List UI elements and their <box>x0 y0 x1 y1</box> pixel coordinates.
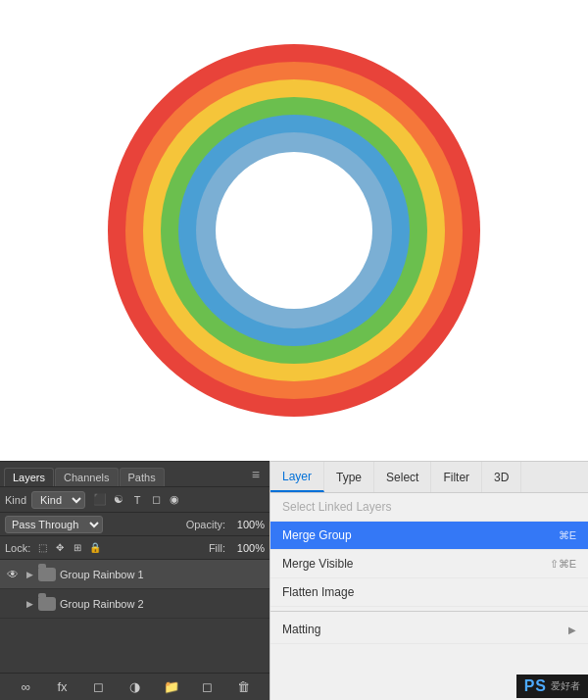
menu-item-label: Select Linked Layers <box>282 500 391 514</box>
smart-filter-icon[interactable]: ◉ <box>167 492 182 508</box>
layer-eye-icon[interactable]: 👁 <box>5 596 21 612</box>
lock-position-icon[interactable]: ✥ <box>53 541 67 555</box>
add-style-icon[interactable]: fx <box>53 677 73 697</box>
fill-value: 100% <box>230 542 265 554</box>
opacity-value: 100% <box>230 519 265 530</box>
pixel-filter-icon[interactable]: ⬛ <box>92 492 108 508</box>
layers-panel: Layers Channels Paths ≡ Kind Kind ⬛ ☯ T … <box>0 461 270 700</box>
rainbow-graphic <box>108 44 480 417</box>
lock-all-icon[interactable]: 🔒 <box>88 541 102 555</box>
right-menu-panel: Layer Type Select Filter 3D Select Linke… <box>270 461 588 700</box>
shortcut-merge-visible: ⇧⌘E <box>550 558 576 571</box>
layer-item[interactable]: 👁 ▶ Group Rainbow 2 <box>0 589 270 619</box>
watermark: PS 爱好者 <box>516 675 588 698</box>
lock-icons-group: ⬚ ✥ ⊞ 🔒 <box>35 541 102 555</box>
menu-separator <box>270 611 588 612</box>
menu-tab-3d[interactable]: 3D <box>482 462 521 492</box>
lock-row: Lock: ⬚ ✥ ⊞ 🔒 Fill: 100% <box>0 536 270 560</box>
kind-dropdown[interactable]: Kind <box>31 491 85 509</box>
menu-item-merge-group[interactable]: Merge Group ⌘E <box>270 522 588 550</box>
lock-pixels-icon[interactable]: ⬚ <box>35 541 49 555</box>
menu-tabs: Layer Type Select Filter 3D <box>270 462 588 493</box>
opacity-label: Opacity: <box>186 519 225 530</box>
tab-channels[interactable]: Channels <box>55 468 118 486</box>
layer-name: Group Rainbow 2 <box>60 598 265 610</box>
lock-artboard-icon[interactable]: ⊞ <box>71 541 84 555</box>
shape-filter-icon[interactable]: ◻ <box>148 492 164 508</box>
layers-menu-icon[interactable]: ≡ <box>246 463 266 486</box>
add-adjustment-icon[interactable]: ◑ <box>125 677 145 697</box>
layers-list: 👁 ▶ Group Rainbow 1 👁 ▶ Group Rainbow 2 <box>0 560 270 619</box>
layers-kind-toolbar: Kind Kind ⬛ ☯ T ◻ ◉ <box>0 487 270 513</box>
menu-item-flatten[interactable]: Flatten Image <box>270 578 588 607</box>
menu-item-label: Flatten Image <box>282 585 354 599</box>
submenu-arrow-icon: ▶ <box>568 625 576 635</box>
bottom-panel: Layers Channels Paths ≡ Kind Kind ⬛ ☯ T … <box>0 461 588 700</box>
tab-layers[interactable]: Layers <box>4 468 54 486</box>
layers-bottom-bar: ∞ fx ◻ ◑ 📁 ◻ 🗑 <box>0 673 270 700</box>
text-filter-icon[interactable]: T <box>129 492 145 508</box>
expand-icon[interactable]: ▶ <box>24 599 34 609</box>
rainbow-ring-layer <box>216 152 372 309</box>
layer-item[interactable]: 👁 ▶ Group Rainbow 1 <box>0 560 270 589</box>
layers-tabs-row: Layers Channels Paths ≡ <box>0 462 270 487</box>
canvas-area <box>0 0 588 461</box>
kind-label: Kind <box>5 494 26 506</box>
ps-site-text: 爱好者 <box>551 679 580 693</box>
menu-tab-filter[interactable]: Filter <box>431 462 482 492</box>
lock-label: Lock: <box>5 542 30 554</box>
folder-icon <box>38 568 56 581</box>
layer-eye-icon[interactable]: 👁 <box>5 567 21 582</box>
menu-item-merge-visible[interactable]: Merge Visible ⇧⌘E <box>270 550 588 578</box>
ps-logo-text: PS <box>524 677 547 695</box>
link-layers-icon[interactable]: ∞ <box>17 677 36 697</box>
filter-icons: ⬛ ☯ T ◻ ◉ <box>92 492 182 508</box>
new-group-icon[interactable]: 📁 <box>162 677 181 697</box>
menu-item-select-linked: Select Linked Layers <box>270 493 588 522</box>
blend-mode-row: Pass Through Normal Multiply Screen Opac… <box>0 513 270 536</box>
shortcut-merge-group: ⌘E <box>559 529 576 542</box>
menu-tab-layer[interactable]: Layer <box>270 462 324 492</box>
delete-layer-icon[interactable]: 🗑 <box>234 677 254 697</box>
menu-item-label: Merge Visible <box>282 557 353 571</box>
menu-item-label: Matting <box>282 623 320 636</box>
menu-item-matting[interactable]: Matting ▶ <box>270 616 588 644</box>
adjustment-filter-icon[interactable]: ☯ <box>111 492 126 508</box>
new-layer-icon[interactable]: ◻ <box>198 677 218 697</box>
folder-icon <box>38 597 56 611</box>
layer-name: Group Rainbow 1 <box>60 569 265 580</box>
blend-mode-dropdown[interactable]: Pass Through Normal Multiply Screen <box>5 516 103 533</box>
tab-paths[interactable]: Paths <box>120 468 165 486</box>
add-mask-icon[interactable]: ◻ <box>89 677 109 697</box>
expand-icon[interactable]: ▶ <box>24 570 34 579</box>
fill-label: Fill: <box>209 542 225 554</box>
menu-tab-select[interactable]: Select <box>374 462 431 492</box>
menu-tab-type[interactable]: Type <box>324 462 374 492</box>
menu-item-label: Merge Group <box>282 528 352 542</box>
